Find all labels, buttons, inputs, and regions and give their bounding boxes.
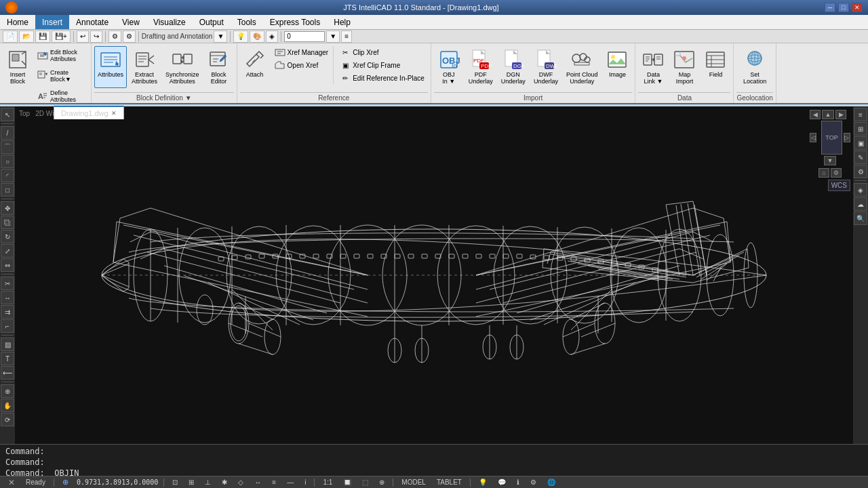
edit-block-attributes-button[interactable]: Edit BlockAttributes: [34, 46, 88, 66]
close-button[interactable]: ✕: [852, 3, 863, 12]
xref-manager-button[interactable]: Xref Manager: [271, 46, 332, 58]
lt-hatch[interactable]: ▨: [1, 338, 14, 351]
attributes-button[interactable]: Attributes: [94, 46, 127, 88]
create-block-button[interactable]: CreateBlock▼: [34, 66, 88, 86]
lt-select[interactable]: ↖: [1, 108, 14, 121]
settings-button[interactable]: ⚙: [108, 30, 121, 43]
pdf-underlay-button[interactable]: PDFPDF PDFUnderlay: [465, 46, 496, 88]
lt-3drotate[interactable]: ⟳: [1, 413, 14, 426]
extract-attributes-button[interactable]: ExtractAttributes: [128, 46, 161, 88]
navcube-face[interactable]: TOP: [821, 121, 842, 155]
lt-arc[interactable]: ◜: [1, 169, 14, 182]
save-button[interactable]: 💾: [35, 30, 50, 43]
open-file-button[interactable]: 📂: [19, 30, 34, 43]
sb-scale-icon[interactable]: 🔲: [340, 479, 354, 486]
map-import-button[interactable]: MapImport: [669, 46, 699, 88]
navcube-next-arrow[interactable]: ▷: [844, 133, 850, 142]
sb-info[interactable]: ℹ: [514, 479, 522, 486]
new-file-button[interactable]: 📄: [3, 30, 18, 43]
point-cloud-button[interactable]: Point CloudUnderlay: [563, 46, 601, 88]
tab-drawing1[interactable]: Drawing1.dwg ✕: [54, 106, 124, 119]
rt-tool8[interactable]: 🔍: [854, 211, 867, 225]
navcube-down-arrow[interactable]: ▼: [824, 156, 836, 165]
navcube-up-arrow[interactable]: ▲: [822, 110, 834, 119]
lt-extend[interactable]: ↔: [1, 291, 14, 304]
drawing-canvas[interactable]: [15, 106, 853, 444]
sb-dynin[interactable]: ≡: [269, 479, 279, 486]
rt-tool6[interactable]: ◈: [854, 183, 867, 197]
save-as-button[interactable]: 💾+: [52, 30, 71, 43]
rt-properties[interactable]: ≡: [854, 108, 867, 121]
value-dropdown[interactable]: ▼: [326, 30, 340, 43]
sb-light-bulb[interactable]: 💡: [476, 479, 490, 486]
menu-view[interactable]: View: [115, 15, 146, 29]
menu-annotate[interactable]: Annotate: [69, 15, 115, 29]
xref-clip-frame-button[interactable]: ▣ Xref Clip Frame: [336, 59, 428, 71]
data-link-button[interactable]: DataLink ▼: [638, 46, 668, 88]
navcube-right-arrow[interactable]: ▶: [835, 110, 846, 119]
snap-indicator[interactable]: ⊕: [60, 478, 71, 487]
tab-drawing1-close[interactable]: ✕: [111, 110, 117, 117]
lt-polyline[interactable]: ⌒: [1, 140, 14, 154]
sb-viewcube-toggle[interactable]: ⬚: [359, 479, 371, 486]
material-button[interactable]: ◈: [266, 30, 278, 43]
light-button[interactable]: 💡: [233, 30, 248, 43]
set-location-button[interactable]: SetLocation: [740, 46, 770, 88]
sb-ortho[interactable]: ⊥: [202, 479, 214, 486]
rt-layers[interactable]: ⊞: [854, 122, 867, 136]
lt-fillet[interactable]: ⌐: [1, 319, 14, 333]
attach-button[interactable]: Attach: [240, 46, 270, 88]
sb-osnap[interactable]: ◇: [235, 479, 246, 486]
image-button[interactable]: Image: [602, 46, 632, 88]
clip-xref-button[interactable]: ✂ Clip Xref: [336, 46, 428, 58]
sb-tablet[interactable]: TABLET: [434, 479, 465, 486]
undo-button[interactable]: ↩: [77, 30, 89, 43]
sb-otrack[interactable]: ↔: [252, 479, 264, 486]
rt-design[interactable]: ✎: [854, 150, 867, 164]
redo-button[interactable]: ↪: [90, 30, 102, 43]
lt-line[interactable]: /: [1, 126, 14, 140]
value-input[interactable]: [284, 31, 325, 42]
lt-mirror[interactable]: ⇔: [1, 258, 14, 272]
options-button[interactable]: ⚙: [123, 30, 136, 43]
sb-snap[interactable]: ⊡: [170, 479, 180, 486]
sb-scale[interactable]: 1:1: [320, 479, 335, 486]
define-attributes-button[interactable]: A DefineAttributes: [34, 87, 88, 106]
lt-dim[interactable]: ⟵: [1, 366, 14, 380]
lt-copy[interactable]: ⿻: [1, 216, 14, 229]
sb-polar[interactable]: ✱: [219, 479, 230, 486]
sb-close[interactable]: ✕: [5, 478, 18, 487]
dwf-underlay-button[interactable]: DWF DWFUnderlay: [530, 46, 561, 88]
lt-offset[interactable]: ⇉: [1, 305, 14, 319]
dgn-underlay-button[interactable]: DGN DGNUnderlay: [498, 46, 529, 88]
lt-move[interactable]: ✥: [1, 201, 14, 215]
sb-grid[interactable]: ⊞: [186, 479, 197, 486]
insert-block-button[interactable]: InsertBlock: [3, 46, 33, 88]
lt-scale[interactable]: ⤢: [1, 244, 14, 258]
rt-tool5[interactable]: ⚙: [854, 165, 867, 178]
navcube-home[interactable]: ⌂: [818, 168, 829, 178]
workspace-dropdown[interactable]: ▼: [214, 30, 227, 43]
render-button[interactable]: 🎨: [250, 30, 264, 43]
menu-output[interactable]: Output: [193, 15, 231, 29]
sb-lweight[interactable]: —: [284, 479, 296, 486]
open-xref-button[interactable]: Open Xref: [271, 59, 332, 71]
lt-rotate[interactable]: ↻: [1, 230, 14, 243]
menu-insert[interactable]: Insert: [35, 15, 69, 29]
minimize-button[interactable]: ─: [825, 3, 835, 12]
lt-trim[interactable]: ✂: [1, 277, 14, 290]
rt-blocks[interactable]: ▣: [854, 136, 867, 150]
navcube-settings[interactable]: ⚙: [831, 168, 842, 178]
menu-express-tools[interactable]: Express Tools: [263, 15, 327, 29]
synchronize-attributes-button[interactable]: SynchronizeAttributes: [162, 46, 203, 88]
sb-model-mode[interactable]: MODEL: [399, 479, 429, 486]
rt-tool7[interactable]: ☁: [854, 197, 867, 211]
edit-ref-in-place-button[interactable]: ✏ Edit Reference In-Place: [336, 72, 428, 84]
menu-help[interactable]: Help: [327, 15, 357, 29]
menu-tools[interactable]: Tools: [231, 15, 263, 29]
menu-home[interactable]: Home: [0, 15, 35, 29]
field-button[interactable]: Field: [701, 46, 730, 88]
block-editor-button[interactable]: BlockEditor: [204, 46, 234, 88]
lt-zoom[interactable]: ⊕: [1, 384, 14, 398]
sb-settings[interactable]: ⚙: [528, 479, 539, 486]
